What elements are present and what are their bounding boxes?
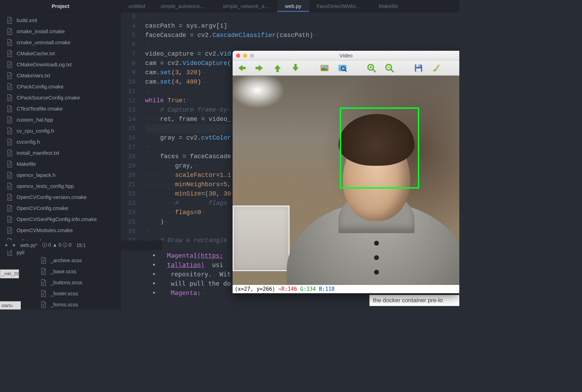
tab-bar: untitledsimple_autoencode…simple_network…: [121, 0, 459, 12]
file-icon: [7, 50, 12, 57]
arrow-left-icon[interactable]: [237, 63, 246, 73]
arrow-right-icon[interactable]: [255, 63, 264, 73]
code-line[interactable]: faceCascade = cv2.CascadeClassifier(casc…: [145, 31, 317, 40]
file-icon: [7, 127, 12, 134]
video-pixel-b: B:118: [319, 286, 335, 292]
image-icon[interactable]: [320, 63, 329, 73]
code-line[interactable]: ¬: [145, 40, 317, 49]
file-item[interactable]: OpenCVGenPkgConfig.info.cmake: [0, 214, 121, 225]
file-icon: [7, 194, 12, 201]
file-item[interactable]: _archive.scss: [24, 255, 135, 266]
zoom-out-icon[interactable]: [385, 63, 394, 73]
file-icon: [41, 257, 46, 264]
file-item[interactable]: cv_cpu_config.h: [0, 125, 121, 136]
save-icon[interactable]: [414, 63, 423, 73]
close-icon[interactable]: ×: [12, 242, 15, 248]
file-item[interactable]: build.xml: [0, 15, 121, 26]
tab-facedetectwebcam[interactable]: FaceDetectWebcam…: [309, 0, 371, 12]
status-filename: web.py*: [20, 242, 37, 248]
file-item-label: opencv_lapack.h: [17, 171, 56, 179]
tab-stub-startup[interactable]: startu: [0, 301, 21, 309]
arrow-down-icon[interactable]: [291, 63, 300, 73]
file-item[interactable]: _forms.scss: [24, 299, 135, 309]
zoom-in-icon[interactable]: [367, 63, 376, 73]
file-item-label: install_manifest.txt: [17, 149, 59, 157]
file-item[interactable]: opencv_tests_config.hpp: [0, 181, 121, 192]
file-item[interactable]: CPackConfig.cmake: [0, 81, 121, 92]
status-bar: + × web.py* ⓘ 0 ▲ 0 ⓘ 0 15:1: [0, 240, 162, 250]
tab-stub-mkl[interactable]: _mkl_20: [0, 269, 19, 278]
file-item[interactable]: _footer.scss: [24, 288, 135, 299]
tab-simpleautoencode[interactable]: simple_autoencode…: [153, 0, 215, 12]
svg-line-92: [391, 69, 394, 72]
file-item[interactable]: _buttons.scss: [24, 277, 135, 288]
tab-untitled[interactable]: untitled: [121, 0, 153, 12]
file-item[interactable]: opencv_lapack.h: [0, 170, 121, 181]
svg-point-83: [322, 66, 324, 67]
file-item-label: CMakeCache.txt: [17, 49, 55, 58]
file-item[interactable]: CTestTestfile.cmake: [0, 103, 121, 114]
file-item-label: cmake_install.cmake: [17, 27, 65, 36]
face-detection-rect: [340, 107, 419, 189]
video-pixel-g: G:134: [300, 286, 316, 292]
file-icon: [41, 268, 46, 275]
new-file-icon[interactable]: +: [5, 242, 8, 248]
secondary-file-tree: _archive.scss_base.scss_buttons.scss_foo…: [24, 251, 135, 309]
file-item-label: CTestTestfile.cmake: [17, 105, 63, 113]
file-item-label: OpenCVGenPkgConfig.info.cmake: [17, 215, 97, 223]
video-toolbar: [233, 60, 459, 76]
tab-simplenetworkau[interactable]: simple_network_au…: [215, 0, 277, 12]
status-errors: ⓘ 0 ▲ 0 ⓘ 0: [42, 242, 72, 248]
file-item-label: OpenCVConfig-version.cmake: [17, 193, 87, 201]
file-item[interactable]: CPackSourceConfig.cmake: [0, 92, 121, 103]
zoom-region-icon[interactable]: [338, 63, 347, 73]
sidebar-header: Project: [0, 0, 121, 12]
brush-icon[interactable]: [432, 63, 441, 73]
file-icon: [7, 17, 12, 24]
video-titlebar[interactable]: Video: [233, 51, 459, 60]
tab-makefile[interactable]: Makefile: [371, 0, 406, 12]
file-item[interactable]: OpenCVConfig.cmake: [0, 203, 121, 214]
arrow-up-icon[interactable]: [273, 63, 282, 73]
video-window[interactable]: Video (x=27, y=266) ~ R:146 G:134 B:118: [233, 51, 459, 293]
file-icon: [7, 83, 12, 90]
file-icon: [7, 227, 12, 234]
file-item-label: _archive.scss: [50, 256, 82, 265]
file-item[interactable]: OpenCVModules.cmake: [0, 225, 121, 236]
svg-rect-94: [416, 64, 420, 67]
code-line[interactable]: cascPath = sys.argv[1]¬: [145, 21, 317, 31]
file-item[interactable]: cvconfig.h: [0, 136, 121, 147]
video-pixel-coords: (x=27, y=266) ~: [235, 286, 281, 292]
code-line[interactable]: ¬: [145, 12, 317, 21]
file-item-label: cvconfig.h: [17, 138, 40, 146]
tab-webpy[interactable]: web.py: [277, 0, 309, 12]
file-icon: [41, 301, 46, 308]
video-status-bar: (x=27, y=266) ~ R:146 G:134 B:118: [233, 285, 459, 293]
file-item-label: cv_cpu_config.h: [17, 127, 54, 135]
background-monitor: [233, 205, 290, 271]
file-item-label: CMakeVars.txt: [17, 71, 50, 80]
file-item-label: OpenCVModules.cmake: [17, 226, 73, 235]
file-icon: [7, 28, 12, 35]
video-canvas: [233, 76, 459, 285]
file-item[interactable]: _base.scss: [24, 266, 135, 277]
file-icon: [7, 72, 12, 79]
file-item-label: CMakeDownloadLog.txt: [17, 60, 72, 69]
file-icon: [7, 39, 12, 46]
file-icon: [7, 61, 12, 68]
file-item[interactable]: install_manifest.txt: [0, 147, 121, 159]
file-icon: [7, 249, 12, 256]
file-item[interactable]: CMakeCache.txt: [0, 48, 121, 59]
file-item[interactable]: Makefile: [0, 159, 121, 170]
file-icon: [7, 116, 12, 123]
file-item[interactable]: CMakeDownloadLog.txt: [0, 59, 121, 70]
file-icon: [41, 279, 46, 286]
file-item[interactable]: CMakeVars.txt: [0, 70, 121, 81]
file-item-label: CPackSourceConfig.cmake: [17, 94, 80, 102]
file-item[interactable]: OpenCVConfig-version.cmake: [0, 192, 121, 203]
file-item-label: build.xml: [17, 16, 37, 25]
svg-line-88: [373, 69, 376, 72]
file-item[interactable]: custom_hal.hpp: [0, 114, 121, 125]
file-item[interactable]: cmake_uninstall.cmake: [0, 37, 121, 48]
file-item[interactable]: cmake_install.cmake: [0, 26, 121, 37]
